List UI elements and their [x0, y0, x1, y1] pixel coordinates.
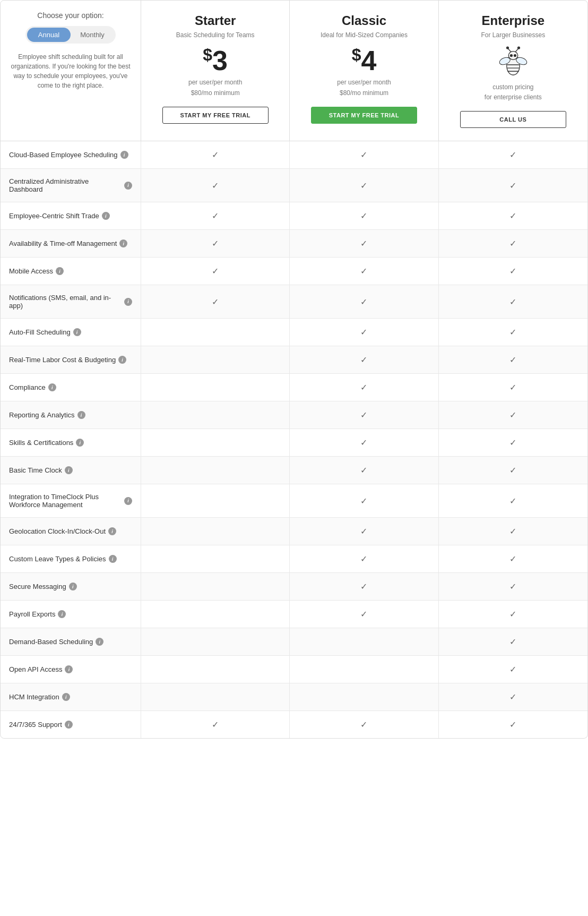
annual-toggle-btn[interactable]: Annual — [27, 28, 71, 42]
info-icon[interactable]: i — [124, 298, 132, 306]
checkmark-icon: ✓ — [360, 465, 367, 475]
checkmark-icon: ✓ — [360, 496, 367, 506]
checkmark-icon: ✓ — [360, 355, 367, 365]
info-icon[interactable]: i — [56, 267, 64, 275]
choose-label: Choose your option: — [37, 11, 103, 20]
checkmark-icon: ✓ — [360, 554, 367, 564]
feature-name-cell: Notifications (SMS, email, and in-app) i — [1, 285, 141, 318]
feature-row: Skills & Certifications i✓✓ — [1, 429, 587, 457]
feature-name-cell: Compliance i — [1, 374, 141, 401]
feature-row: Compliance i✓✓ — [1, 374, 587, 401]
feature-enterprise-check: ✓ — [439, 711, 587, 738]
info-icon[interactable]: i — [124, 182, 132, 190]
classic-plan-header: Classic Ideal for Mid-Sized Companies $4… — [290, 1, 438, 141]
feature-name-cell: Secure Messaging i — [1, 573, 141, 600]
checkmark-icon: ✓ — [360, 720, 367, 730]
monthly-toggle-btn[interactable]: Monthly — [71, 28, 114, 42]
feature-enterprise-check: ✓ — [439, 141, 587, 168]
starter-cta-button[interactable]: START MY FREE TRIAL — [162, 107, 269, 124]
feature-name-cell: Payroll Exports i — [1, 601, 141, 628]
info-icon[interactable]: i — [62, 693, 70, 701]
feature-name-cell: Real-Time Labor Cost & Budgeting i — [1, 346, 141, 373]
feature-classic-check — [290, 656, 438, 683]
feature-classic-check: ✓ — [290, 374, 438, 401]
classic-cta-button[interactable]: START MY FREE TRIAL — [311, 107, 417, 124]
checkmark-icon: ✓ — [509, 720, 516, 730]
info-icon[interactable]: i — [76, 439, 84, 447]
info-icon[interactable]: i — [109, 555, 117, 563]
feature-starter-check — [141, 374, 290, 401]
feature-starter-check — [141, 545, 290, 572]
feature-classic-check: ✓ — [290, 601, 438, 628]
feature-enterprise-check: ✓ — [439, 202, 587, 229]
checkmark-icon: ✓ — [360, 327, 367, 337]
feature-name-label: 24/7/365 Support — [9, 721, 62, 729]
feature-starter-check — [141, 319, 290, 346]
billing-toggle[interactable]: Annual Monthly — [25, 26, 116, 44]
feature-enterprise-check: ✓ — [439, 628, 587, 655]
feature-enterprise-check: ✓ — [439, 429, 587, 456]
feature-classic-check: ✓ — [290, 573, 438, 600]
feature-classic-check: ✓ — [290, 202, 438, 229]
info-icon[interactable]: i — [48, 383, 56, 391]
feature-name-cell: Geolocation Clock-In/Clock-Out i — [1, 518, 141, 545]
feature-name-cell: Employee-Centric Shift Trade i — [1, 202, 141, 229]
feature-enterprise-check: ✓ — [439, 545, 587, 572]
feature-name-label: Real-Time Labor Cost & Budgeting — [9, 356, 116, 364]
svg-point-8 — [507, 47, 509, 49]
info-icon[interactable]: i — [119, 239, 127, 247]
info-icon[interactable]: i — [120, 151, 128, 159]
choose-description: Employee shift scheduling built for all … — [9, 52, 132, 90]
enterprise-plan-subtitle: For Larger Businesses — [447, 31, 579, 39]
info-icon[interactable]: i — [69, 583, 77, 590]
info-icon[interactable]: i — [65, 466, 73, 474]
feature-name-cell: Custom Leave Types & Policies i — [1, 545, 141, 572]
feature-classic-check: ✓ — [290, 711, 438, 738]
feature-starter-check: ✓ — [141, 258, 290, 285]
info-icon[interactable]: i — [108, 527, 116, 535]
checkmark-icon: ✓ — [212, 211, 219, 221]
feature-row: Cloud-Based Employee Scheduling i✓✓✓ — [1, 141, 587, 169]
enterprise-cta-button[interactable]: CALL US — [460, 111, 566, 128]
info-icon[interactable]: i — [102, 212, 110, 220]
feature-row: Demand-Based Scheduling i✓ — [1, 628, 587, 656]
feature-name-cell: Reporting & Analytics i — [1, 401, 141, 429]
checkmark-icon: ✓ — [509, 181, 516, 191]
feature-name-label: Reporting & Analytics — [9, 411, 75, 419]
feature-enterprise-check: ✓ — [439, 518, 587, 545]
feature-name-label: Compliance — [9, 383, 46, 391]
feature-starter-check — [141, 484, 290, 517]
checkmark-icon: ✓ — [212, 181, 219, 191]
info-icon[interactable]: i — [118, 356, 126, 364]
feature-enterprise-check: ✓ — [439, 169, 587, 202]
info-icon[interactable]: i — [65, 665, 73, 673]
feature-starter-check: ✓ — [141, 169, 290, 202]
feature-enterprise-check: ✓ — [439, 683, 587, 710]
enterprise-icon — [495, 46, 532, 78]
info-icon[interactable]: i — [96, 638, 103, 646]
info-icon[interactable]: i — [58, 610, 66, 618]
feature-name-cell: Auto-Fill Scheduling i — [1, 319, 141, 346]
checkmark-icon: ✓ — [360, 526, 367, 536]
feature-classic-check: ✓ — [290, 545, 438, 572]
feature-starter-check — [141, 401, 290, 429]
starter-plan-price: $3 — [150, 46, 281, 74]
feature-name-cell: 24/7/365 Support i — [1, 711, 141, 738]
checkmark-icon: ✓ — [509, 664, 516, 674]
feature-enterprise-check: ✓ — [439, 401, 587, 429]
feature-name-cell: Availability & Time-off Management i — [1, 230, 141, 257]
enterprise-plan-name: Enterprise — [447, 13, 579, 28]
info-icon[interactable]: i — [65, 721, 73, 729]
checkmark-icon: ✓ — [360, 410, 367, 420]
info-icon[interactable]: i — [124, 497, 132, 505]
info-icon[interactable]: i — [73, 328, 81, 336]
info-icon[interactable]: i — [77, 411, 85, 419]
feature-starter-check: ✓ — [141, 711, 290, 738]
svg-point-12 — [514, 55, 516, 57]
feature-classic-check: ✓ — [290, 141, 438, 168]
feature-name-cell: HCM Integration i — [1, 683, 141, 710]
checkmark-icon: ✓ — [509, 355, 516, 365]
checkmark-icon: ✓ — [509, 410, 516, 420]
feature-name-cell: Integration to TimeClock Plus Workforce … — [1, 484, 141, 517]
feature-row: Employee-Centric Shift Trade i✓✓✓ — [1, 202, 587, 230]
